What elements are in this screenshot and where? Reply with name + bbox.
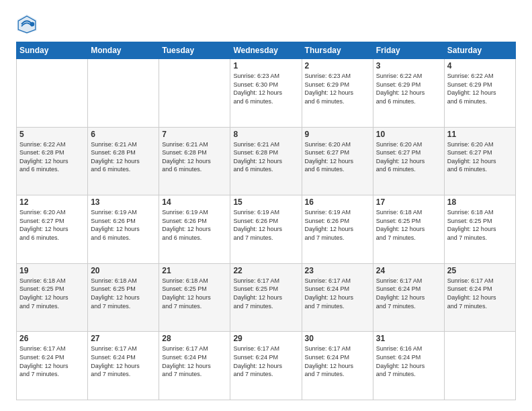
cell-line: Sunset: 6:24 PM bbox=[305, 285, 370, 293]
cell-line: Sunrise: 6:17 AM bbox=[91, 345, 156, 353]
cell-line: Daylight: 12 hours bbox=[162, 225, 227, 234]
cell-line: Sunrise: 6:17 AM bbox=[233, 345, 298, 353]
cell-line: Sunset: 6:24 PM bbox=[91, 353, 156, 362]
cell-line: Sunset: 6:24 PM bbox=[447, 285, 513, 293]
header bbox=[16, 13, 516, 35]
calendar-week-row: 19Sunrise: 6:18 AMSunset: 6:25 PMDayligh… bbox=[17, 263, 516, 332]
cell-line: Sunset: 6:29 PM bbox=[376, 81, 441, 89]
cell-line: and 6 minutes. bbox=[91, 234, 156, 242]
cell-line: Daylight: 12 hours bbox=[447, 89, 513, 97]
cell-line: Sunset: 6:24 PM bbox=[305, 353, 370, 362]
cell-line: and 6 minutes. bbox=[91, 165, 156, 174]
cell-line: Sunrise: 6:20 AM bbox=[376, 140, 441, 149]
logo bbox=[16, 13, 42, 35]
cell-line: and 7 minutes. bbox=[376, 302, 441, 311]
calendar-cell: 22Sunrise: 6:17 AMSunset: 6:25 PMDayligh… bbox=[230, 263, 302, 332]
day-number: 7 bbox=[162, 130, 227, 139]
cell-content: Sunrise: 6:17 AMSunset: 6:24 PMDaylight:… bbox=[305, 345, 370, 378]
cell-line: and 6 minutes. bbox=[447, 165, 513, 174]
cell-line: and 6 minutes. bbox=[376, 97, 441, 106]
cell-line: Sunrise: 6:17 AM bbox=[376, 277, 441, 285]
day-number: 25 bbox=[447, 266, 513, 275]
cell-line: Daylight: 12 hours bbox=[447, 293, 513, 302]
cell-content: Sunrise: 6:23 AMSunset: 6:29 PMDaylight:… bbox=[305, 72, 370, 105]
calendar-week-row: 1Sunrise: 6:23 AMSunset: 6:30 PMDaylight… bbox=[17, 59, 516, 128]
cell-line: Sunrise: 6:22 AM bbox=[447, 72, 513, 81]
weekday-header-tuesday: Tuesday bbox=[159, 42, 230, 59]
calendar-cell: 4Sunrise: 6:22 AMSunset: 6:29 PMDaylight… bbox=[444, 59, 515, 128]
cell-line: Daylight: 12 hours bbox=[162, 293, 227, 302]
cell-line: and 7 minutes. bbox=[447, 234, 513, 242]
cell-line: Daylight: 12 hours bbox=[233, 293, 298, 302]
cell-line: Sunset: 6:24 PM bbox=[233, 353, 298, 362]
calendar-cell: 28Sunrise: 6:17 AMSunset: 6:24 PMDayligh… bbox=[159, 332, 230, 400]
day-number: 30 bbox=[305, 334, 370, 343]
calendar-cell: 2Sunrise: 6:23 AMSunset: 6:29 PMDaylight… bbox=[302, 59, 373, 128]
day-number: 21 bbox=[162, 266, 227, 275]
cell-line: Sunset: 6:24 PM bbox=[19, 353, 85, 362]
cell-line: and 7 minutes. bbox=[19, 302, 85, 311]
calendar-cell: 12Sunrise: 6:20 AMSunset: 6:27 PMDayligh… bbox=[17, 195, 88, 264]
cell-content: Sunrise: 6:21 AMSunset: 6:28 PMDaylight:… bbox=[162, 140, 227, 174]
cell-line: Sunrise: 6:21 AM bbox=[91, 140, 156, 149]
cell-line: Daylight: 12 hours bbox=[376, 225, 441, 234]
cell-line: Daylight: 12 hours bbox=[233, 362, 298, 371]
cell-line: Sunrise: 6:20 AM bbox=[305, 140, 370, 149]
cell-line: Daylight: 12 hours bbox=[305, 362, 370, 371]
cell-content: Sunrise: 6:18 AMSunset: 6:25 PMDaylight:… bbox=[91, 277, 156, 310]
cell-line: Daylight: 12 hours bbox=[162, 362, 227, 371]
day-number: 14 bbox=[162, 197, 227, 207]
calendar-cell: 7Sunrise: 6:21 AMSunset: 6:28 PMDaylight… bbox=[159, 127, 230, 195]
calendar-cell: 16Sunrise: 6:19 AMSunset: 6:26 PMDayligh… bbox=[302, 195, 373, 264]
calendar-cell: 9Sunrise: 6:20 AMSunset: 6:27 PMDaylight… bbox=[302, 127, 373, 195]
cell-content: Sunrise: 6:17 AMSunset: 6:25 PMDaylight:… bbox=[233, 277, 298, 310]
cell-line: Sunrise: 6:20 AM bbox=[447, 140, 513, 149]
cell-line: Daylight: 12 hours bbox=[447, 157, 513, 166]
calendar-cell bbox=[17, 59, 88, 128]
cell-line: and 7 minutes. bbox=[376, 370, 441, 379]
cell-line: Daylight: 12 hours bbox=[19, 362, 85, 371]
cell-line: Daylight: 12 hours bbox=[305, 225, 370, 234]
day-number: 1 bbox=[233, 61, 298, 71]
cell-line: Sunset: 6:24 PM bbox=[376, 353, 441, 362]
calendar-cell bbox=[444, 332, 515, 400]
cell-line: Sunrise: 6:17 AM bbox=[305, 345, 370, 353]
day-number: 10 bbox=[376, 130, 441, 139]
weekday-header-friday: Friday bbox=[373, 42, 444, 59]
day-number: 2 bbox=[305, 61, 370, 71]
weekday-header-thursday: Thursday bbox=[302, 42, 373, 59]
cell-line: and 6 minutes. bbox=[162, 165, 227, 174]
cell-line: Sunrise: 6:16 AM bbox=[376, 345, 441, 353]
cell-line: and 6 minutes. bbox=[19, 234, 85, 242]
cell-line: and 7 minutes. bbox=[162, 370, 227, 379]
calendar-cell: 27Sunrise: 6:17 AMSunset: 6:24 PMDayligh… bbox=[88, 332, 159, 400]
cell-line: Sunset: 6:29 PM bbox=[305, 81, 370, 89]
cell-line: Sunset: 6:25 PM bbox=[233, 285, 298, 293]
weekday-header-saturday: Saturday bbox=[444, 42, 515, 59]
calendar-cell: 11Sunrise: 6:20 AMSunset: 6:27 PMDayligh… bbox=[444, 127, 515, 195]
calendar-cell: 1Sunrise: 6:23 AMSunset: 6:30 PMDaylight… bbox=[230, 59, 302, 128]
cell-content: Sunrise: 6:20 AMSunset: 6:27 PMDaylight:… bbox=[19, 208, 85, 242]
cell-line: Sunset: 6:27 PM bbox=[447, 148, 513, 157]
cell-content: Sunrise: 6:20 AMSunset: 6:27 PMDaylight:… bbox=[447, 140, 513, 174]
calendar-cell: 10Sunrise: 6:20 AMSunset: 6:27 PMDayligh… bbox=[373, 127, 444, 195]
day-number: 8 bbox=[233, 130, 298, 139]
weekday-header-sunday: Sunday bbox=[17, 42, 88, 59]
cell-content: Sunrise: 6:22 AMSunset: 6:28 PMDaylight:… bbox=[19, 140, 85, 174]
cell-content: Sunrise: 6:17 AMSunset: 6:24 PMDaylight:… bbox=[233, 345, 298, 378]
cell-line: Daylight: 12 hours bbox=[162, 157, 227, 166]
calendar-week-row: 5Sunrise: 6:22 AMSunset: 6:28 PMDaylight… bbox=[17, 127, 516, 195]
cell-line: Daylight: 12 hours bbox=[19, 293, 85, 302]
cell-line: Daylight: 12 hours bbox=[233, 89, 298, 97]
cell-line: Sunset: 6:28 PM bbox=[19, 148, 85, 157]
day-number: 28 bbox=[162, 334, 227, 343]
cell-line: Sunrise: 6:21 AM bbox=[162, 140, 227, 149]
cell-content: Sunrise: 6:17 AMSunset: 6:24 PMDaylight:… bbox=[305, 277, 370, 310]
cell-line: and 7 minutes. bbox=[447, 302, 513, 311]
day-number: 23 bbox=[305, 266, 370, 275]
calendar-cell: 13Sunrise: 6:19 AMSunset: 6:26 PMDayligh… bbox=[88, 195, 159, 264]
calendar-cell: 15Sunrise: 6:19 AMSunset: 6:26 PMDayligh… bbox=[230, 195, 302, 264]
cell-line: Sunset: 6:25 PM bbox=[91, 285, 156, 293]
cell-line: and 7 minutes. bbox=[162, 302, 227, 311]
day-number: 20 bbox=[91, 266, 156, 275]
